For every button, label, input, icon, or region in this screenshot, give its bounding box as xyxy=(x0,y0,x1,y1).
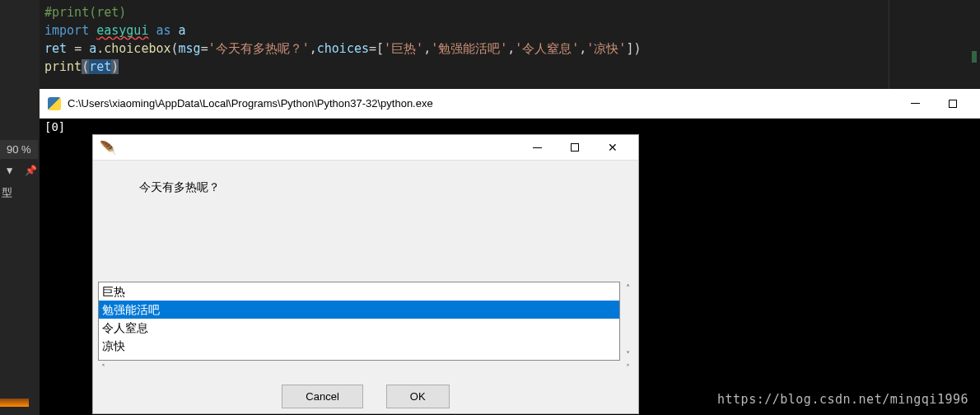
horizontal-scrollbar[interactable]: ˂ ˃ xyxy=(98,361,633,375)
keyword-as: as xyxy=(156,23,170,38)
dialog-titlebar[interactable]: 🪶 ✕ xyxy=(93,135,638,161)
zoom-level: 90 % xyxy=(0,140,38,159)
cm2: , xyxy=(507,41,515,56)
list-item[interactable]: 令人窒息 xyxy=(99,319,619,337)
dialog-message: 今天有多热呢？ xyxy=(93,161,638,282)
choice2: '勉强能活吧' xyxy=(431,41,507,56)
ok-button[interactable]: OK xyxy=(386,385,450,408)
status-indicator xyxy=(0,399,29,407)
arg-msg: msg xyxy=(179,41,201,56)
list-item[interactable]: 勉强能活吧 xyxy=(99,301,619,319)
var-ret2: ret xyxy=(89,59,111,74)
list-item[interactable]: 巨热 xyxy=(99,282,619,301)
list-item[interactable]: 凉快 xyxy=(99,337,619,355)
scroll-up-icon[interactable]: ˄ xyxy=(626,283,630,292)
dot: . xyxy=(96,41,104,56)
comma: , xyxy=(310,41,317,56)
eq1: = xyxy=(201,41,208,56)
pin-icon[interactable]: ▼ 📌 xyxy=(7,165,37,176)
alias-name: a xyxy=(179,23,186,38)
close-icon: ✕ xyxy=(608,141,618,154)
rparen2: ) xyxy=(111,59,119,74)
console-minimize-button[interactable] xyxy=(896,91,934,116)
lparen: ( xyxy=(171,41,179,56)
scroll-left-icon[interactable]: ˂ xyxy=(101,363,105,372)
console-maximize-button[interactable] xyxy=(934,91,972,116)
vertical-scrollbar[interactable]: ˄ ˅ xyxy=(620,282,635,361)
scroll-right-icon[interactable]: ˃ xyxy=(626,363,630,372)
watermark: https://blog.csdn.net/mingqi1996 xyxy=(717,392,968,407)
module-name: easygui xyxy=(96,23,148,38)
sidebar-footer-label: 型 xyxy=(2,185,12,200)
python-icon xyxy=(48,97,61,110)
var-a: a xyxy=(89,41,96,56)
dialog-minimize-button[interactable] xyxy=(518,135,556,160)
dialog-close-button[interactable]: ✕ xyxy=(594,135,632,160)
op-eq: = xyxy=(74,41,82,56)
choice4: '凉快' xyxy=(586,41,626,56)
code-comment: #print(ret) xyxy=(44,5,126,20)
arg-choices: choices xyxy=(317,41,369,56)
dialog-maximize-button[interactable] xyxy=(556,135,594,160)
console-titlebar[interactable]: C:\Users\xiaoming\AppData\Local\Programs… xyxy=(40,89,980,119)
tk-feather-icon: 🪶 xyxy=(100,140,116,156)
editor-ruler xyxy=(889,0,889,91)
var-ret: ret xyxy=(44,41,67,56)
fn-choicebox: choicebox xyxy=(104,41,170,56)
console-title: C:\Users\xiaoming\AppData\Local\Programs… xyxy=(68,97,433,110)
keyword-import: import xyxy=(44,23,89,38)
cm1: , xyxy=(423,41,431,56)
choice-listbox[interactable]: 巨热 勉强能活吧 令人窒息 凉快 xyxy=(98,282,620,361)
code-editor[interactable]: #print(ret) import easygui as a ret = a.… xyxy=(40,0,980,91)
minimap-highlight xyxy=(972,51,977,63)
fn-print: print xyxy=(44,59,82,74)
lparen2: ( xyxy=(82,59,89,74)
choice3: '令人窒息' xyxy=(515,41,579,56)
cancel-button[interactable]: Cancel xyxy=(282,385,362,408)
editor-gutter xyxy=(0,0,40,415)
str-msg: '今天有多热呢？' xyxy=(208,41,310,56)
cm3: , xyxy=(579,41,586,56)
rparen: ) xyxy=(633,41,641,56)
choicebox-dialog: 🪶 ✕ 今天有多热呢？ 巨热 勉强能活吧 令人窒息 凉快 ˄ ˅ ˂ ˃ Can… xyxy=(92,134,639,414)
scroll-down-icon[interactable]: ˅ xyxy=(626,350,630,359)
lbracket: [ xyxy=(376,41,384,56)
console-output: [0] xyxy=(40,119,980,135)
choice1: '巨热' xyxy=(384,41,423,56)
eq2: = xyxy=(369,41,376,56)
